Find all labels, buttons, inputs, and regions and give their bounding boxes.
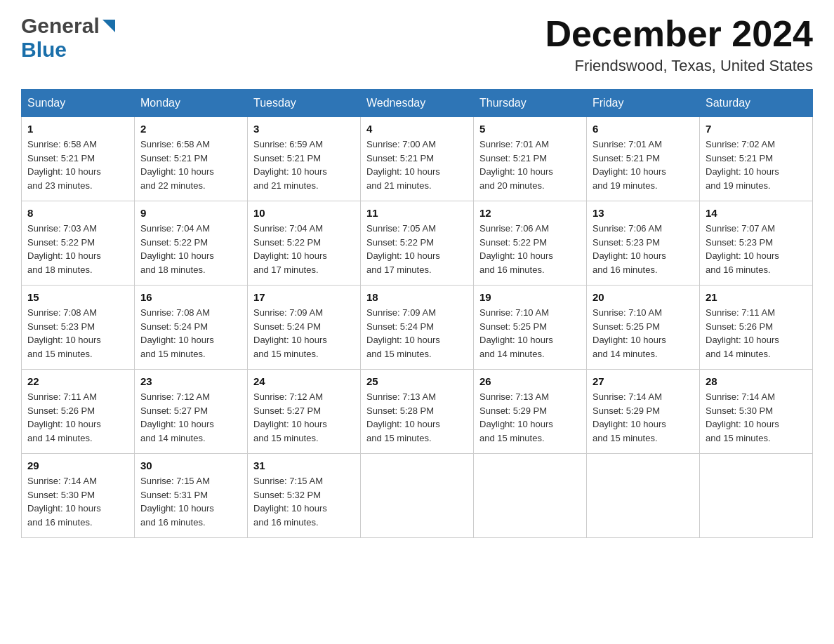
day-number: 17 (253, 291, 355, 303)
day-number: 9 (140, 207, 241, 219)
calendar-cell: 10 Sunrise: 7:04 AM Sunset: 5:22 PM Dayl… (248, 201, 361, 286)
calendar-cell: 6 Sunrise: 7:01 AM Sunset: 5:21 PM Dayli… (587, 117, 700, 201)
day-info: Sunrise: 7:15 AM Sunset: 5:31 PM Dayligh… (140, 474, 241, 529)
calendar-week-row: 15 Sunrise: 7:08 AM Sunset: 5:23 PM Dayl… (22, 286, 813, 370)
calendar-table: Sunday Monday Tuesday Wednesday Thursday… (21, 89, 813, 538)
calendar-cell: 26 Sunrise: 7:13 AM Sunset: 5:29 PM Dayl… (474, 370, 587, 454)
day-number: 21 (706, 291, 807, 303)
calendar-cell: 28 Sunrise: 7:14 AM Sunset: 5:30 PM Dayl… (700, 370, 813, 454)
month-year-title: December 2024 (545, 14, 813, 54)
day-number: 29 (27, 459, 128, 471)
day-info: Sunrise: 7:10 AM Sunset: 5:25 PM Dayligh… (593, 306, 694, 361)
calendar-cell: 3 Sunrise: 6:59 AM Sunset: 5:21 PM Dayli… (248, 117, 361, 201)
day-number: 24 (253, 375, 355, 387)
calendar-cell: 14 Sunrise: 7:07 AM Sunset: 5:23 PM Dayl… (700, 201, 813, 286)
day-number: 19 (479, 291, 581, 303)
calendar-title-section: December 2024 Friendswood, Texas, United… (545, 14, 813, 75)
calendar-cell: 13 Sunrise: 7:06 AM Sunset: 5:23 PM Dayl… (587, 201, 700, 286)
day-number: 31 (253, 459, 355, 471)
header-thursday: Thursday (474, 90, 587, 117)
calendar-cell: 15 Sunrise: 7:08 AM Sunset: 5:23 PM Dayl… (22, 286, 135, 370)
day-info: Sunrise: 7:08 AM Sunset: 5:23 PM Dayligh… (27, 306, 128, 361)
day-info: Sunrise: 7:14 AM Sunset: 5:30 PM Dayligh… (706, 390, 807, 445)
day-info: Sunrise: 7:12 AM Sunset: 5:27 PM Dayligh… (253, 390, 355, 445)
day-info: Sunrise: 7:05 AM Sunset: 5:22 PM Dayligh… (366, 222, 468, 276)
calendar-cell: 16 Sunrise: 7:08 AM Sunset: 5:24 PM Dayl… (135, 286, 248, 370)
header-tuesday: Tuesday (248, 90, 361, 117)
day-info: Sunrise: 7:06 AM Sunset: 5:23 PM Dayligh… (593, 222, 694, 276)
day-number: 11 (366, 207, 468, 219)
day-number: 4 (366, 123, 468, 135)
day-number: 12 (479, 207, 581, 219)
calendar-cell: 27 Sunrise: 7:14 AM Sunset: 5:29 PM Dayl… (587, 370, 700, 454)
calendar-cell: 4 Sunrise: 7:00 AM Sunset: 5:21 PM Dayli… (361, 117, 474, 201)
day-info: Sunrise: 7:02 AM Sunset: 5:21 PM Dayligh… (706, 137, 807, 192)
calendar-cell: 7 Sunrise: 7:02 AM Sunset: 5:21 PM Dayli… (700, 117, 813, 201)
day-info: Sunrise: 6:59 AM Sunset: 5:21 PM Dayligh… (253, 137, 355, 192)
page-header: General Blue December 2024 Friendswood, … (21, 14, 813, 75)
day-info: Sunrise: 7:15 AM Sunset: 5:32 PM Dayligh… (253, 474, 355, 529)
calendar-cell: 29 Sunrise: 7:14 AM Sunset: 5:30 PM Dayl… (22, 454, 135, 538)
svg-marker-0 (102, 20, 115, 32)
day-info: Sunrise: 7:07 AM Sunset: 5:23 PM Dayligh… (706, 222, 807, 276)
calendar-week-row: 22 Sunrise: 7:11 AM Sunset: 5:26 PM Dayl… (22, 370, 813, 454)
logo: General Blue (21, 14, 115, 62)
calendar-cell: 21 Sunrise: 7:11 AM Sunset: 5:26 PM Dayl… (700, 286, 813, 370)
day-number: 7 (706, 123, 807, 135)
day-info: Sunrise: 7:11 AM Sunset: 5:26 PM Dayligh… (27, 390, 128, 445)
calendar-week-row: 1 Sunrise: 6:58 AM Sunset: 5:21 PM Dayli… (22, 117, 813, 201)
logo-triangle-icon (102, 20, 115, 35)
day-info: Sunrise: 7:09 AM Sunset: 5:24 PM Dayligh… (253, 306, 355, 361)
calendar-cell (700, 454, 813, 538)
calendar-cell: 22 Sunrise: 7:11 AM Sunset: 5:26 PM Dayl… (22, 370, 135, 454)
calendar-cell: 12 Sunrise: 7:06 AM Sunset: 5:22 PM Dayl… (474, 201, 587, 286)
calendar-cell: 25 Sunrise: 7:13 AM Sunset: 5:28 PM Dayl… (361, 370, 474, 454)
day-info: Sunrise: 7:14 AM Sunset: 5:29 PM Dayligh… (593, 390, 694, 445)
header-friday: Friday (587, 90, 700, 117)
location-subtitle: Friendswood, Texas, United States (545, 57, 813, 75)
day-number: 3 (253, 123, 355, 135)
calendar-cell (361, 454, 474, 538)
day-info: Sunrise: 7:13 AM Sunset: 5:28 PM Dayligh… (366, 390, 468, 445)
calendar-cell: 20 Sunrise: 7:10 AM Sunset: 5:25 PM Dayl… (587, 286, 700, 370)
logo-blue-text: Blue (21, 38, 67, 61)
calendar-cell: 31 Sunrise: 7:15 AM Sunset: 5:32 PM Dayl… (248, 454, 361, 538)
calendar-cell: 1 Sunrise: 6:58 AM Sunset: 5:21 PM Dayli… (22, 117, 135, 201)
day-number: 5 (479, 123, 581, 135)
calendar-cell: 11 Sunrise: 7:05 AM Sunset: 5:22 PM Dayl… (361, 201, 474, 286)
day-info: Sunrise: 7:12 AM Sunset: 5:27 PM Dayligh… (140, 390, 241, 445)
calendar-cell: 5 Sunrise: 7:01 AM Sunset: 5:21 PM Dayli… (474, 117, 587, 201)
header-wednesday: Wednesday (361, 90, 474, 117)
day-info: Sunrise: 6:58 AM Sunset: 5:21 PM Dayligh… (27, 137, 128, 192)
day-info: Sunrise: 7:14 AM Sunset: 5:30 PM Dayligh… (27, 474, 128, 529)
header-sunday: Sunday (22, 90, 135, 117)
day-number: 25 (366, 375, 468, 387)
day-number: 2 (140, 123, 241, 135)
calendar-cell: 19 Sunrise: 7:10 AM Sunset: 5:25 PM Dayl… (474, 286, 587, 370)
day-info: Sunrise: 7:00 AM Sunset: 5:21 PM Dayligh… (366, 137, 468, 192)
day-info: Sunrise: 7:06 AM Sunset: 5:22 PM Dayligh… (479, 222, 581, 276)
day-number: 28 (706, 375, 807, 387)
day-info: Sunrise: 7:08 AM Sunset: 5:24 PM Dayligh… (140, 306, 241, 361)
day-number: 18 (366, 291, 468, 303)
calendar-cell (587, 454, 700, 538)
calendar-cell: 9 Sunrise: 7:04 AM Sunset: 5:22 PM Dayli… (135, 201, 248, 286)
day-info: Sunrise: 7:09 AM Sunset: 5:24 PM Dayligh… (366, 306, 468, 361)
day-number: 26 (479, 375, 581, 387)
day-info: Sunrise: 7:01 AM Sunset: 5:21 PM Dayligh… (479, 137, 581, 192)
day-number: 10 (253, 207, 355, 219)
day-number: 23 (140, 375, 241, 387)
header-monday: Monday (135, 90, 248, 117)
day-number: 13 (593, 207, 694, 219)
day-info: Sunrise: 7:10 AM Sunset: 5:25 PM Dayligh… (479, 306, 581, 361)
day-info: Sunrise: 7:13 AM Sunset: 5:29 PM Dayligh… (479, 390, 581, 445)
day-number: 8 (27, 207, 128, 219)
day-info: Sunrise: 6:58 AM Sunset: 5:21 PM Dayligh… (140, 137, 241, 192)
day-info: Sunrise: 7:11 AM Sunset: 5:26 PM Dayligh… (706, 306, 807, 361)
calendar-week-row: 8 Sunrise: 7:03 AM Sunset: 5:22 PM Dayli… (22, 201, 813, 286)
day-number: 15 (27, 291, 128, 303)
calendar-week-row: 29 Sunrise: 7:14 AM Sunset: 5:30 PM Dayl… (22, 454, 813, 538)
calendar-cell: 18 Sunrise: 7:09 AM Sunset: 5:24 PM Dayl… (361, 286, 474, 370)
day-info: Sunrise: 7:03 AM Sunset: 5:22 PM Dayligh… (27, 222, 128, 276)
day-info: Sunrise: 7:04 AM Sunset: 5:22 PM Dayligh… (253, 222, 355, 276)
